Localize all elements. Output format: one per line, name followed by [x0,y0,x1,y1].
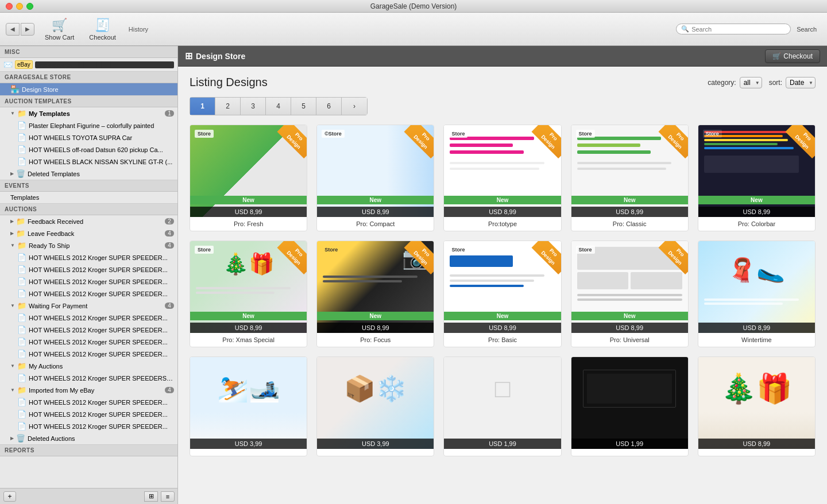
list-view-button[interactable]: ≡ [161,491,175,502]
design-card-xmas[interactable]: Store 🎄🎁 ProDesign New USD 8,99 Pro: Xma… [190,241,307,347]
design-card-colorbar[interactable]: Store ProDesign New [698,125,816,231]
sidebar-content: MISC ✉️ eBay Messages for ████████ GARAG… [0,46,177,474]
design-name-compact: Pro: Compact [317,217,434,231]
sidebar-item-imported-ebay[interactable]: ▼ 📁 Imported from My eBay 4 [0,384,177,396]
sidebar-item-imp2[interactable]: 📄 HOT WHEELS 2012 Kroger SUPER SPEEDER..… [0,408,177,420]
design-card-tree[interactable]: 🎄🎁 USD 8,99 [698,356,816,456]
doc-icon10: 📄 [17,325,26,334]
back-button[interactable]: ◀ [6,23,20,36]
design-card-prototype[interactable]: Store ProDesign New USD 8,99 [443,125,561,231]
design-card-snow-box[interactable]: 📦❄️ USD 3,99 [316,356,434,456]
sidebar-item-deleted-templates[interactable]: ▶ 🗑️ Deleted Templates [0,168,177,180]
sidebar-item-datsun[interactable]: 📄 HOT WHEELS off-road Datsun 620 pickup … [0,144,177,156]
sidebar-bottom-bar: + ⊞ ≡ [0,488,178,504]
design-name-tree [698,449,815,456]
thumb-prototype: Store ProDesign New USD 8,99 [444,125,561,217]
page-1-button[interactable]: 1 [190,98,215,115]
sidebar-item-waiting4[interactable]: 📄 HOT WHEELS 2012 Kroger SUPER SPEEDER..… [0,348,177,360]
close-button[interactable] [6,3,13,10]
category-select[interactable]: all [740,77,762,88]
waiting4-text: HOT WHEELS 2012 Kroger SUPER SPEEDER... [29,351,174,358]
folder-icon2: 📁 [16,217,25,226]
sidebar-item-waiting[interactable]: ▼ 📁 Waiting For Payment 4 [0,300,177,312]
page-5-button[interactable]: 5 [291,98,316,115]
store-label7: Store [322,246,341,254]
folder-icon: 📁 [17,109,26,118]
add-button[interactable]: + [3,491,16,502]
page-4-button[interactable]: 4 [266,98,291,115]
grid-view-button[interactable]: ⊞ [144,491,158,502]
page-3-button[interactable]: 3 [241,98,266,115]
price-xmas: USD 8,99 [190,323,307,333]
new-badge2: New [317,196,434,204]
checkout-button[interactable]: 🛒 Checkout [765,49,820,63]
design-card-plain[interactable]: □ USD 1,99 [443,356,561,456]
sidebar-item-design-store[interactable]: 🏪 Design Store [0,83,177,95]
design-card-focus[interactable]: Store 📷 ProDesign New USD 8,99 [316,241,434,347]
design-card-classic[interactable]: Store ProDesign New USD 8,99 [571,125,689,231]
sidebar-item-supra[interactable]: 📄 HOT WHEELS TOYOTA SUPRA Car [0,131,177,144]
design-card-fresh[interactable]: Store ProDesign New USD 8,99 Pro: Fresh [190,125,307,231]
store-label3: Store [449,130,467,138]
sidebar-item-my-auctions[interactable]: ▼ 📁 My Auctions [0,360,177,372]
thumb-colorbar: Store ProDesign New [698,125,815,217]
doc-icon5: 📄 [17,253,26,262]
price-universal: USD 8,99 [571,323,688,333]
sidebar-item-my-templates[interactable]: ▼ 📁 My Templates 1 [0,107,177,119]
show-cart-item[interactable]: 🛒 Show Cart [40,15,79,43]
search-input[interactable] [691,26,783,33]
sidebar-item-ready1[interactable]: 📄 HOT WHEELS 2012 Kroger SUPER SPEEDER..… [0,251,177,263]
my-templates-text: My Templates [29,110,163,117]
price-ski: USD 3,99 [190,439,307,449]
search-icon: 🔍 [681,25,689,33]
sidebar-item-ebay-messages[interactable]: ✉️ eBay Messages for ████████ [0,58,177,71]
checkout-item[interactable]: 🧾 Checkout [84,15,120,43]
maximize-button[interactable] [26,3,33,10]
forward-button[interactable]: ▶ [21,23,34,36]
imported-badge: 4 [165,387,174,393]
email-icon: ✉️ [3,60,13,69]
sidebar-item-ready4[interactable]: 📄 HOT WHEELS 2012 Kroger SUPER SPEEDER..… [0,288,177,300]
sidebar-item-deleted-auctions[interactable]: ▶ 🗑️ Deleted Auctions [0,432,177,444]
sidebar-item-ready2[interactable]: 📄 HOT WHEELS 2012 Kroger SUPER SPEEDER..… [0,263,177,276]
design-name-basic: Pro: Basic [444,333,561,347]
design-name-snow-box [317,449,434,456]
new-badge: New [190,196,307,204]
sidebar-item-leave-feedback[interactable]: ▶ 📁 Leave Feedback 4 [0,227,177,239]
new-badge8: New [444,312,561,320]
sidebar-item-imp3[interactable]: 📄 HOT WHEELS 2012 Kroger SUPER SPEEDER..… [0,420,177,432]
design-card-compact[interactable]: ©Store ProDesign New USD 8,99 Pro: Compa… [316,125,434,231]
triangle-icon: ▼ [10,111,15,116]
design-card-wintertime[interactable]: 🧣🥿 USD 8,99 Wintertime [698,241,816,347]
sidebar-item-imp1[interactable]: 📄 HOT WHEELS 2012 Kroger SUPER SPEEDER..… [0,396,177,408]
minimize-button[interactable] [16,3,23,10]
sidebar-item-waiting1[interactable]: 📄 HOT WHEELS 2012 Kroger SUPER SPEEDER..… [0,312,177,324]
sort-select[interactable]: Date [786,77,816,88]
sidebar-item-waiting2[interactable]: 📄 HOT WHEELS 2012 Kroger SUPER SPEEDER..… [0,324,177,336]
design-card-basic[interactable]: Store ProDesign New USD 8,99 [443,241,561,347]
sidebar-item-templates[interactable]: Templates [0,192,177,203]
page-next-button[interactable]: › [342,98,367,115]
price-colorbar: USD 8,99 [698,207,815,217]
design-card-dark[interactable]: USD 1,99 [571,356,689,456]
history-label: History [129,26,148,33]
sidebar-item-ready-ship[interactable]: ▼ 📁 Ready To Ship 4 [0,239,177,251]
pro-badge9: ProDesign [654,241,688,276]
design-name-focus: Pro: Focus [317,333,434,347]
listing-title: Listing Designs [190,76,268,89]
sidebar-item-skyline[interactable]: 📄 HOT WHEELS BLACK NISSAN SKYLINE GT-R (… [0,156,177,168]
pro-badge8: ProDesign [527,241,561,276]
ready2-text: HOT WHEELS 2012 Kroger SUPER SPEEDER... [29,266,174,273]
triangle-icon8: ▼ [10,387,15,393]
page-6-button[interactable]: 6 [316,98,342,115]
sidebar-item-plaster[interactable]: 📄 Plaster Elephant Figurine – colorfully… [0,119,177,131]
thumb-xmas: Store 🎄🎁 ProDesign New USD 8,99 [190,241,307,333]
sidebar-item-feedback-received[interactable]: ▶ 📁 Feedback Received 2 [0,215,177,227]
design-card-ski[interactable]: ⛷️🎿 USD 3,99 [190,356,307,456]
page-2-button[interactable]: 2 [215,98,241,115]
new-badge5: New [698,196,815,204]
design-card-universal[interactable]: Store ProDesign New USD 8,99 [571,241,689,347]
sidebar-item-my-auctions-item[interactable]: 📄 HOT WHEELS 2012 Kroger SUPER SPEEDERS … [0,372,177,384]
sidebar-item-waiting3[interactable]: 📄 HOT WHEELS 2012 Kroger SUPER SPEEDER..… [0,336,177,348]
sidebar-item-ready3[interactable]: 📄 HOT WHEELS 2012 Kroger SUPER SPEEDER..… [0,276,177,288]
